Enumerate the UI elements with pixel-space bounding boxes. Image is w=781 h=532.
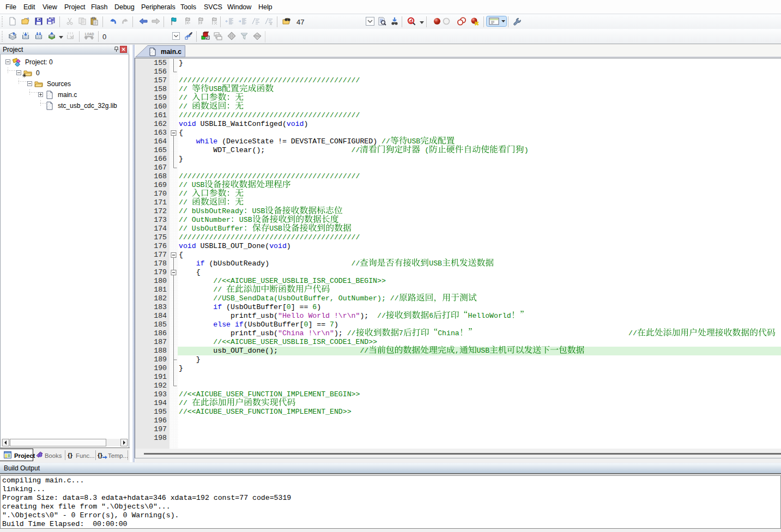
svg-text:d: d bbox=[409, 19, 413, 24]
svg-text:?: ? bbox=[39, 454, 41, 457]
svg-text:LOAD: LOAD bbox=[85, 32, 94, 37]
